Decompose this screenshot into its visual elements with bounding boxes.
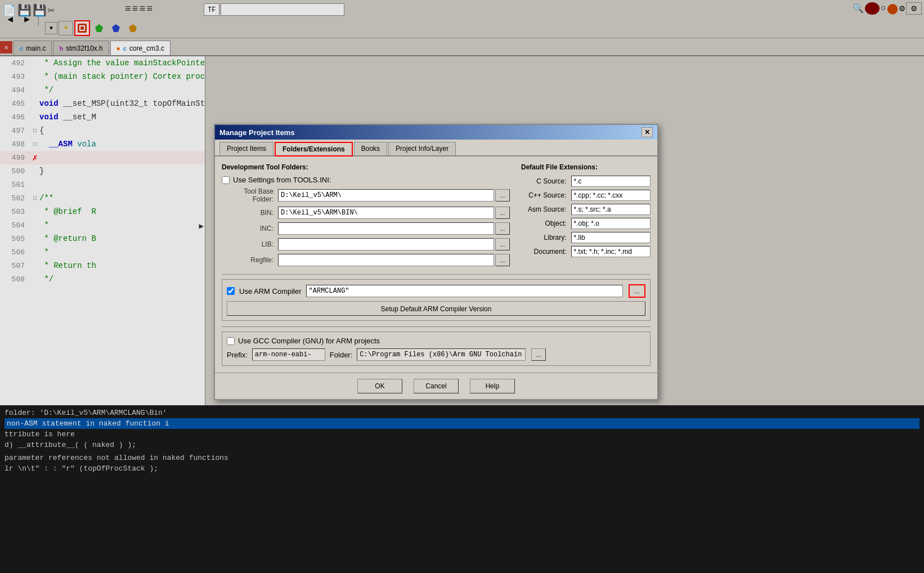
document-row: Document: [521, 246, 651, 257]
regfile-row: Regfile: ... [222, 254, 510, 266]
inc-row: INC: ... [222, 222, 510, 235]
c-source-row: C Source: [521, 176, 651, 187]
bin-input[interactable] [278, 207, 494, 219]
object-row: Object: [521, 218, 651, 229]
document-label: Document: [521, 248, 571, 256]
tab-project-items[interactable]: Project Items [219, 142, 273, 155]
dialog-close-btn[interactable]: ✕ [642, 127, 653, 137]
dialog-title-bar: Manage Project Items ✕ [215, 125, 657, 140]
default-ext-title: Default File Extensions: [521, 163, 651, 171]
cpp-source-row: C++ Source: [521, 190, 651, 201]
use-settings-row: Use Settings from TOOLS.INI: [222, 176, 510, 184]
use-arm-label: Use ARM Compiler [239, 287, 302, 296]
dialog-separator [222, 274, 651, 275]
folder-input[interactable] [357, 348, 526, 361]
right-column: Default File Extensions: C Source: C++ S… [521, 163, 651, 270]
dialog-overlay: Manage Project Items ✕ Project Items Fol… [0, 0, 924, 573]
tool-base-folder-row: Tool Base Folder: ... [222, 187, 510, 203]
lib-input[interactable] [278, 238, 494, 250]
ide-background: ◀ ▶ ▼ [0, 0, 924, 573]
bin-label: BIN: [222, 209, 278, 217]
arm-compiler-input[interactable] [306, 285, 623, 297]
tool-base-folder-input[interactable] [278, 189, 494, 202]
prefix-label: Prefix: [227, 351, 248, 359]
gcc-compiler-section: Use GCC Compiler (GNU) for ARM projects … [222, 332, 651, 366]
use-settings-checkbox[interactable] [222, 176, 230, 184]
dialog-separator-2 [222, 326, 651, 327]
use-gcc-checkbox[interactable] [227, 337, 235, 345]
gcc-fields-row: Prefix: Folder: ... [227, 348, 645, 361]
lib-browse-btn[interactable]: ... [495, 238, 510, 250]
tool-base-browse-btn[interactable]: ... [495, 189, 510, 202]
cpp-source-label: C++ Source: [521, 191, 571, 199]
main-columns: Development Tool Folders: Use Settings f… [222, 163, 651, 270]
arm-browse-btn[interactable]: ... [629, 284, 645, 298]
use-settings-label: Use Settings from TOOLS.INI: [233, 176, 331, 184]
setup-arm-btn[interactable]: Setup Default ARM Compiler Version [227, 301, 645, 316]
dev-tools-title: Development Tool Folders: [222, 163, 510, 171]
gcc-checkbox-row: Use GCC Compiler (GNU) for ARM projects [227, 337, 645, 345]
cpp-source-input[interactable] [571, 190, 651, 201]
tab-folders-label: Folders/Extensions [282, 145, 345, 153]
tab-project-items-label: Project Items [227, 145, 266, 153]
document-input[interactable] [571, 246, 651, 257]
dialog-footer: OK Cancel Help [215, 373, 657, 399]
tab-folders-extensions[interactable]: Folders/Extensions [275, 142, 353, 156]
asm-source-input[interactable] [571, 204, 651, 215]
gcc-browse-btn[interactable]: ... [531, 348, 546, 361]
object-label: Object: [521, 220, 571, 227]
use-gcc-label: Use GCC Compiler (GNU) for ARM projects [238, 337, 380, 345]
library-input[interactable] [571, 232, 651, 243]
asm-source-label: Asm Source: [521, 205, 571, 213]
lib-label: LIB: [222, 240, 278, 248]
ok-button[interactable]: OK [357, 379, 402, 393]
inc-browse-btn[interactable]: ... [495, 222, 510, 235]
left-column: Development Tool Folders: Use Settings f… [222, 163, 510, 270]
asm-source-row: Asm Source: [521, 204, 651, 215]
dialog-content: Development Tool Folders: Use Settings f… [215, 156, 657, 373]
arm-compiler-row: Use ARM Compiler ... [227, 284, 645, 298]
dialog-tab-strip: Project Items Folders/Extensions Books P… [215, 140, 657, 156]
tab-books[interactable]: Books [354, 142, 387, 155]
manage-project-dialog: Manage Project Items ✕ Project Items Fol… [214, 124, 658, 400]
bin-browse-btn[interactable]: ... [495, 207, 510, 219]
dialog-title: Manage Project Items [219, 128, 295, 137]
object-input[interactable] [571, 218, 651, 229]
c-source-label: C Source: [521, 177, 571, 185]
tab-project-info-label: Project Info/Layer [396, 145, 448, 153]
inc-label: INC: [222, 225, 278, 232]
lib-row: LIB: ... [222, 238, 510, 250]
tab-books-label: Books [361, 145, 380, 153]
library-label: Library: [521, 234, 571, 241]
use-arm-checkbox[interactable] [227, 287, 235, 295]
c-source-input[interactable] [571, 176, 651, 187]
cancel-button[interactable]: Cancel [414, 379, 459, 393]
regfile-browse-btn[interactable]: ... [495, 254, 510, 266]
bin-row: BIN: ... [222, 207, 510, 219]
help-button[interactable]: Help [470, 379, 515, 393]
tool-base-folder-label: Tool Base Folder: [222, 187, 278, 203]
arm-compiler-section: Use ARM Compiler ... Setup Default ARM C… [222, 279, 651, 321]
setup-btn-row: Setup Default ARM Compiler Version [227, 301, 645, 316]
regfile-label: Regfile: [222, 256, 278, 264]
library-row: Library: [521, 232, 651, 243]
tab-project-info[interactable]: Project Info/Layer [388, 142, 456, 155]
inc-input[interactable] [278, 222, 494, 235]
prefix-input[interactable] [252, 348, 325, 361]
regfile-input[interactable] [278, 254, 494, 266]
folder-label: Folder: [330, 351, 352, 359]
